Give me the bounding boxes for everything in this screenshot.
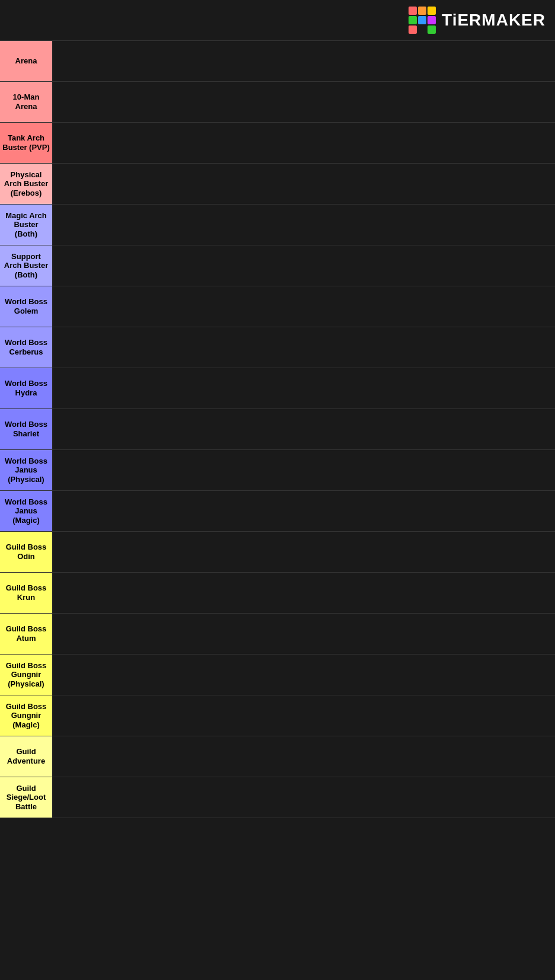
logo-cell-6 <box>409 25 417 34</box>
logo-cell-8 <box>428 25 436 34</box>
tier-row: Guild Boss Gungnir (Magic) <box>0 695 555 736</box>
tier-content <box>53 368 555 408</box>
tier-content <box>53 532 555 572</box>
tier-row: World Boss Cerberus <box>0 327 555 368</box>
tier-label: Guild Siege/Loot Battle <box>0 777 53 818</box>
tier-label: World Boss Janus (Physical) <box>0 450 53 490</box>
logo-cell-5 <box>428 16 436 24</box>
tier-label: World Boss Hydra <box>0 368 53 408</box>
logo-cell-0 <box>409 7 417 15</box>
tier-content <box>53 205 555 245</box>
tier-row: Guild Boss Odin <box>0 531 555 572</box>
tier-content <box>53 123 555 163</box>
logo-cell-1 <box>418 7 426 15</box>
tier-row: Guild Boss Gungnir (Physical) <box>0 654 555 695</box>
tier-label: Magic Arch Buster (Both) <box>0 205 53 245</box>
tier-label: Arena <box>0 41 53 81</box>
tier-content <box>53 614 555 654</box>
tier-content <box>53 777 555 818</box>
tier-content <box>53 41 555 81</box>
tier-content <box>53 245 555 286</box>
logo-cell-2 <box>428 7 436 15</box>
tier-row: Guild Adventure <box>0 736 555 777</box>
tier-label: 10-Man Arena <box>0 82 53 122</box>
tier-row: Guild Boss Krun <box>0 572 555 613</box>
tier-label: Tank Arch Buster (PVP) <box>0 123 53 163</box>
header: TiERMAKER <box>0 0 555 40</box>
tier-content <box>53 736 555 777</box>
tier-label: Guild Boss Krun <box>0 573 53 613</box>
logo-grid <box>409 7 436 34</box>
tier-row: Arena <box>0 40 555 81</box>
tier-label: Support Arch Buster (Both) <box>0 245 53 286</box>
tier-row: Physical Arch Buster (Erebos) <box>0 163 555 204</box>
tier-label: World Boss Golem <box>0 286 53 327</box>
tier-content <box>53 573 555 613</box>
tier-content <box>53 695 555 736</box>
tier-row: 10-Man Arena <box>0 81 555 122</box>
tier-row: World Boss Hydra <box>0 368 555 408</box>
tier-label: Guild Boss Odin <box>0 532 53 572</box>
tier-row: Guild Siege/Loot Battle <box>0 777 555 818</box>
tier-content <box>53 491 555 531</box>
tier-row: World Boss Janus (Physical) <box>0 449 555 490</box>
logo-cell-3 <box>409 16 417 24</box>
tier-row: Guild Boss Atum <box>0 613 555 654</box>
tier-label: Guild Boss Atum <box>0 614 53 654</box>
tier-row: World Boss Janus (Magic) <box>0 490 555 531</box>
tier-content <box>53 82 555 122</box>
logo-cell-7 <box>418 25 426 34</box>
tier-label: Guild Boss Gungnir (Magic) <box>0 695 53 736</box>
logo-cell-4 <box>418 16 426 24</box>
tier-row: Magic Arch Buster (Both) <box>0 204 555 245</box>
tier-list: Arena10-Man ArenaTank Arch Buster (PVP)P… <box>0 40 555 818</box>
logo-container: TiERMAKER <box>409 7 546 34</box>
tier-content <box>53 655 555 695</box>
tier-label: World Boss Shariet <box>0 409 53 449</box>
tier-label: Physical Arch Buster (Erebos) <box>0 164 53 204</box>
tier-content <box>53 450 555 490</box>
logo-text: TiERMAKER <box>442 11 546 30</box>
tier-content <box>53 286 555 327</box>
tier-row: Tank Arch Buster (PVP) <box>0 122 555 163</box>
tier-content <box>53 164 555 204</box>
tier-row: Support Arch Buster (Both) <box>0 245 555 286</box>
tier-content <box>53 327 555 368</box>
tier-label: Guild Boss Gungnir (Physical) <box>0 655 53 695</box>
tier-label: World Boss Janus (Magic) <box>0 491 53 531</box>
tier-label: World Boss Cerberus <box>0 327 53 368</box>
tier-row: World Boss Golem <box>0 286 555 327</box>
tier-content <box>53 409 555 449</box>
tier-row: World Boss Shariet <box>0 408 555 449</box>
tier-label: Guild Adventure <box>0 736 53 777</box>
